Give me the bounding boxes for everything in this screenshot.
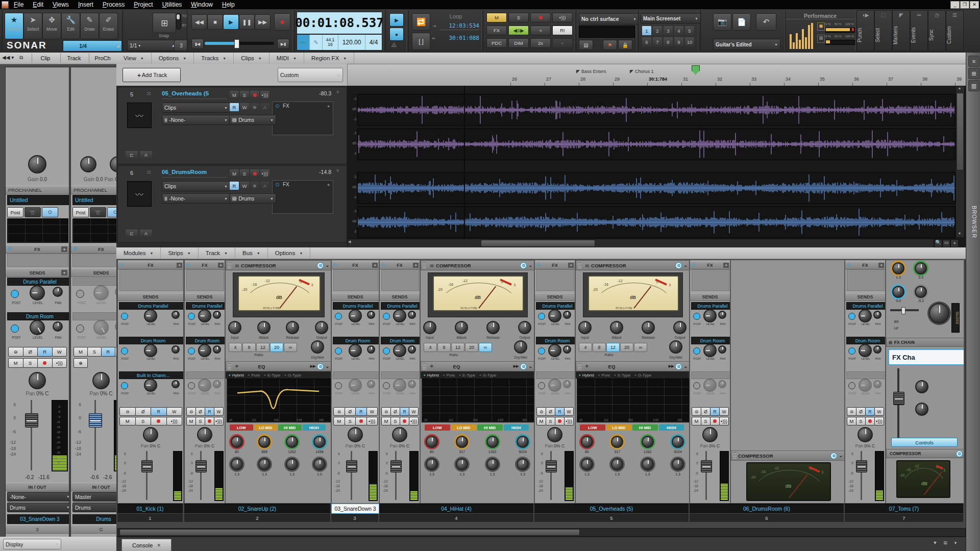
eq-q-knob[interactable] <box>231 458 243 470</box>
loop-end-time[interactable]: 30:01:088 <box>439 35 479 42</box>
send-pan-knob[interactable] <box>172 345 180 354</box>
strip-button-1[interactable]: Ø <box>856 407 866 416</box>
send-pan-knob[interactable] <box>367 380 375 388</box>
send-name[interactable] <box>846 371 886 379</box>
mix-grid-DIM-button[interactable]: DIM <box>508 38 529 48</box>
module-power-button[interactable]: ⊙ <box>520 262 527 269</box>
strip-button-0[interactable]: ⊖ <box>186 407 196 416</box>
inspector-tab-clip[interactable]: Clip <box>32 54 59 63</box>
tool-erase-button[interactable]: ✐Erase <box>99 13 118 39</box>
module-power-button[interactable]: ⊙ <box>675 363 682 370</box>
eq-mode-dot[interactable]: ● <box>284 373 286 377</box>
fx-add-icon[interactable]: ＋ <box>61 246 67 252</box>
eq-freq-knob[interactable] <box>611 436 623 448</box>
trackview-menu-options[interactable]: Options▼ <box>152 53 194 64</box>
waveform-lane[interactable] <box>357 206 955 238</box>
drywet-knob[interactable] <box>669 340 682 354</box>
freeze-button[interactable]: ✱ <box>250 103 260 112</box>
clips-pane[interactable]: -3dB-3-3dB-3-3dB-3-3dB-3▲▼◀🔍▭＋ <box>347 86 966 247</box>
strip-button-1[interactable]: Ø <box>546 407 555 416</box>
send-post-button[interactable] <box>693 313 700 320</box>
strip-button-1[interactable]: Ø <box>345 407 356 416</box>
drywet-knob[interactable] <box>514 340 527 354</box>
send-name[interactable]: Drums Parallel <box>186 302 225 310</box>
fx-add-icon[interactable]: ＋ <box>177 263 182 268</box>
send-name[interactable]: Drum Room <box>333 337 379 344</box>
strip-button-2[interactable]: R <box>355 407 367 416</box>
send-post-button[interactable] <box>11 324 19 333</box>
gain-knob[interactable] <box>28 155 46 173</box>
ratio-2-button[interactable]: 8 <box>437 343 451 352</box>
strip-button-3[interactable]: W <box>366 407 378 416</box>
eq-thumbnail-graph[interactable] <box>72 218 116 243</box>
freeze-button[interactable]: ✱ <box>250 181 260 190</box>
arm-button[interactable] <box>250 90 260 99</box>
strip-button2-2[interactable] <box>400 417 409 425</box>
strip-button2-2[interactable] <box>710 417 720 425</box>
strip-button-2[interactable]: R <box>865 407 875 416</box>
controlbar-tab-events[interactable]: ≔Events <box>910 10 928 52</box>
waveform-lane[interactable] <box>357 128 955 160</box>
track-input-dropdown[interactable]: I-None-▼ <box>162 115 230 125</box>
ratio-1-button[interactable]: 4 <box>579 343 592 352</box>
toms-eq-knob[interactable] <box>915 262 927 274</box>
ratio-3-button[interactable]: 12 <box>451 343 464 352</box>
add-track-button[interactable]: ＋ Add Track <box>122 68 181 82</box>
write-autom-button[interactable]: W <box>239 181 250 190</box>
eq-graph[interactable]: 201126323.5K20K <box>227 379 331 422</box>
strip-button2-0[interactable]: M <box>536 417 546 425</box>
pan-knob[interactable] <box>143 427 158 442</box>
menu-item-insert[interactable]: Insert <box>74 1 98 8</box>
pan-knob[interactable] <box>29 372 46 389</box>
send-name[interactable]: Drums Parallel <box>381 302 420 310</box>
send-level-knob[interactable] <box>393 309 406 322</box>
eq-q-knob[interactable] <box>672 458 684 470</box>
fx-power-icon[interactable]: ⏻ <box>536 263 540 268</box>
strip-button2-1[interactable]: S <box>701 417 710 425</box>
zoom-fit-icon[interactable]: ▭ <box>942 239 950 247</box>
trackview-menu-midi[interactable]: MIDI▼ <box>270 53 304 64</box>
arm-button[interactable] <box>250 169 260 178</box>
strip-button2-2[interactable] <box>555 417 565 425</box>
minimize-button[interactable]: _ <box>950 1 960 9</box>
strip-meter[interactable] <box>369 451 378 501</box>
module-power-button[interactable]: ⊙ <box>675 262 682 269</box>
send-name[interactable]: Drums Parallel <box>846 302 886 310</box>
fx-power-icon[interactable]: ⏻ <box>333 263 336 268</box>
send-level-knob[interactable] <box>144 379 157 392</box>
strip-button2-3[interactable]: •))) <box>52 358 67 368</box>
strip-button-0[interactable]: M <box>74 347 88 357</box>
send-level-knob[interactable] <box>93 320 109 335</box>
tempo-value[interactable]: 120.00 <box>338 35 365 50</box>
tool-draw-button[interactable]: ✎Draw <box>80 13 99 39</box>
fx-chain-knob[interactable] <box>915 380 928 393</box>
console-menu-options[interactable]: Options▼ <box>268 247 311 259</box>
comp-output-knob[interactable] <box>315 321 328 334</box>
strip-button-0[interactable]: ⊖ <box>381 407 391 416</box>
strip-meter[interactable] <box>720 451 729 501</box>
eq-graph[interactable]: 201126323.5K20K <box>422 379 534 422</box>
menu-item-utilities[interactable]: Utilities <box>158 1 187 8</box>
module-power-button[interactable]: ⊙ <box>520 363 527 370</box>
send-post-button[interactable] <box>188 382 195 389</box>
strip-button2-2[interactable] <box>151 417 167 425</box>
send-post-button[interactable] <box>538 382 545 389</box>
send-pan-knob[interactable] <box>718 345 726 354</box>
strip-button2-1[interactable]: S <box>195 417 205 425</box>
timeline-ruler[interactable]: 2627282931323334353637383940414230:1:784… <box>347 64 966 87</box>
track-fx-bin[interactable]: ⏻ FX＋ <box>272 180 333 214</box>
strip-button-2[interactable]: R <box>37 347 53 357</box>
fx-power-icon[interactable]: ⏻ <box>381 263 384 268</box>
trackview-menu-region-fx[interactable]: Region FX▼ <box>304 53 354 64</box>
strip-name[interactable]: 04_HiHat (4) <box>379 504 533 513</box>
strip-button2-1[interactable]: S <box>390 417 400 425</box>
strip-button-2[interactable]: R <box>555 407 565 416</box>
tool-smart-button[interactable]: ★Smart <box>5 13 23 39</box>
send-pan-knob[interactable] <box>408 311 416 319</box>
comp-input-knob[interactable] <box>228 321 241 334</box>
send-post-button[interactable] <box>538 313 545 320</box>
console-menu-bus[interactable]: Bus▼ <box>235 247 268 259</box>
marker-flag[interactable]: ◤Bass Enters <box>576 66 622 72</box>
eq-mode-dot[interactable]: ● <box>634 373 636 377</box>
fx-power-icon[interactable]: ⏻ <box>276 182 279 188</box>
